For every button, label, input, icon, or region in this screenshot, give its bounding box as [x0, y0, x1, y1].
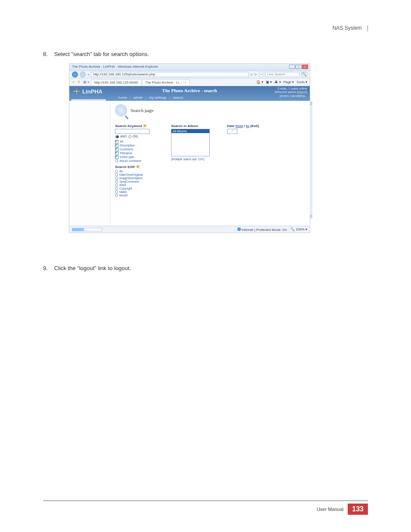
keyword-column: Search Keyword ⦿ ( AND OR) All Descripti…	[115, 124, 167, 197]
browser-tab-2[interactable]: The Photo Archive - Li... ×	[142, 79, 190, 85]
add-favorites-icon[interactable]: ✚	[78, 80, 81, 84]
print-icon[interactable]: 🖶 ▾	[274, 80, 280, 84]
radio-icon	[115, 187, 118, 190]
window-controls: _ □ ×	[289, 65, 308, 69]
visits-line: 2 visits, 1 users online	[274, 87, 307, 90]
stop-icon[interactable]: ×	[259, 72, 263, 77]
opt-albumcomment[interactable]: Album comment	[115, 159, 167, 162]
refresh-icon[interactable]: ↻	[254, 73, 257, 77]
radio-icon	[115, 159, 118, 162]
tools-menu[interactable]: Tools ▾	[296, 80, 307, 84]
tab-close-icon[interactable]: ×	[184, 81, 187, 84]
zoom-control[interactable]: 🔍 100% ▾	[290, 227, 307, 231]
exif-make[interactable]: Make	[115, 190, 167, 193]
scroll-up-icon[interactable]	[310, 102, 312, 105]
close-button[interactable]: ×	[302, 65, 308, 69]
date-input[interactable]: /	[227, 129, 237, 134]
step-9-number: 9.	[43, 265, 53, 271]
exif-model[interactable]: Model	[115, 194, 167, 197]
radio-and[interactable]	[116, 135, 119, 138]
forward-button[interactable]	[80, 72, 86, 78]
exif-datetime[interactable]: DateTimeOriginal	[115, 173, 167, 176]
header-divider	[367, 25, 368, 31]
keyword-heading: Search Keyword ⦿	[115, 124, 167, 128]
main-content: Search page Search Keyword ⦿ ( AND OR)	[111, 101, 310, 226]
favorites-icon[interactable]: ★	[72, 80, 75, 84]
radio-icon	[115, 177, 118, 180]
date-from-link[interactable]: from	[236, 124, 243, 128]
search-go-button[interactable]: 🔍	[301, 72, 307, 77]
window-title: The Photo Archive - LinPHA - Windows Int…	[72, 65, 158, 68]
opt-all[interactable]: All	[115, 140, 167, 143]
logout-link[interactable]: logout	[298, 90, 306, 93]
date-heading: Date from / to (Exif)	[227, 124, 305, 128]
opt-description[interactable]: Description	[115, 144, 167, 147]
tab1-title: http://192.168.100.125:5000/	[94, 81, 138, 84]
page-number: 133	[348, 504, 368, 515]
tab2-title: The Photo Archive - Li...	[145, 81, 182, 84]
exif-copyright[interactable]: Copyright	[115, 187, 167, 190]
feeds-icon[interactable]: ▣ ▾	[266, 80, 272, 84]
nav-search[interactable]: search	[173, 96, 183, 100]
addr-dropdown-icon[interactable]: ▾	[251, 73, 252, 77]
minimize-button[interactable]: _	[289, 65, 295, 69]
radio-or[interactable]	[128, 135, 131, 138]
radio-icon	[115, 180, 118, 183]
footer-divider	[43, 501, 368, 501]
radio-icon	[115, 184, 118, 187]
step-8-number: 8.	[43, 51, 53, 57]
opt-entirepath[interactable]: Entire path	[115, 156, 167, 159]
exif-imgdesc[interactable]: ImageDescription	[115, 177, 167, 180]
scroll-down-icon[interactable]	[310, 215, 312, 218]
album-select[interactable]: All Albums	[171, 129, 210, 156]
exif-all[interactable]: All	[115, 170, 167, 173]
exif-jpegcomment[interactable]: JpegComment	[115, 180, 167, 183]
app-logo-text: LinPHA	[82, 88, 103, 95]
page-footer: User Manual 133	[43, 501, 368, 515]
step-9: 9. Click the "logout" link to logout.	[43, 265, 368, 271]
nav-home[interactable]: home	[118, 96, 127, 100]
maximize-button[interactable]: □	[296, 65, 302, 69]
help-icon[interactable]: ⦿	[136, 165, 140, 169]
svg-point-2	[76, 93, 78, 95]
help-icon[interactable]: ⦿	[143, 124, 146, 128]
doc-header: NAS System	[333, 25, 368, 31]
app-logo[interactable]: LinPHA	[73, 87, 103, 95]
exif-heading: Search EXIF ⦿	[115, 165, 167, 169]
load-progress	[72, 228, 102, 231]
embedded-screenshot: The Photo Archive - LinPHA - Windows Int…	[69, 63, 310, 233]
back-button[interactable]	[72, 72, 78, 78]
status-mode-text: Internet | Protected Mode: On	[242, 228, 287, 232]
svg-point-4	[78, 90, 80, 92]
url-input[interactable]: http://192.168.100.125/photo/search.php	[91, 72, 249, 77]
exif-artist[interactable]: Artist	[115, 184, 167, 187]
search-provider-input[interactable]: Live Search	[265, 72, 299, 77]
svg-point-1	[76, 88, 78, 90]
keyword-input[interactable]	[115, 129, 149, 134]
header-status: 2 visits, 1 users online Welcome admin (…	[274, 87, 307, 98]
svg-point-3	[73, 90, 75, 92]
content-scrollbar[interactable]	[310, 101, 312, 219]
radio-icon	[115, 194, 118, 197]
nav-mysettings[interactable]: my settings	[149, 96, 166, 100]
welcome-line: Welcome admin (logout)	[274, 90, 307, 94]
nav-dropdown-icon[interactable]: ▾	[87, 73, 89, 77]
tab-grid-icon[interactable]: ▦ ▾	[83, 80, 89, 84]
opt-comment[interactable]: Comment	[115, 148, 167, 151]
album-option-all[interactable]: All Albums	[171, 129, 209, 133]
step-8: 8. Select "search" tab for search option…	[43, 51, 368, 57]
doc-header-text: NAS System	[333, 25, 362, 31]
status-right: Internet | Protected Mode: On 🔍 100% ▾	[237, 227, 307, 232]
nav-admin[interactable]: admin	[134, 96, 143, 100]
ie-tab-bar: ★ ✚ ▦ ▾ http://192.168.100.125:5000/ The…	[69, 78, 310, 86]
date-to-link[interactable]: to	[246, 124, 249, 128]
search-form: Search Keyword ⦿ ( AND OR) All Descripti…	[115, 124, 305, 197]
home-icon[interactable]: 🏠 ▾	[256, 80, 263, 84]
opt-filename[interactable]: Filename	[115, 152, 167, 155]
page-menu[interactable]: Page ▾	[283, 80, 294, 84]
browser-tab-1[interactable]: http://192.168.100.125:5000/	[91, 79, 141, 85]
radio-icon	[115, 170, 118, 173]
footer-row: User Manual 133	[43, 504, 368, 515]
step-9-text: Click the "logout" link to logout.	[54, 265, 131, 271]
search-page-icon	[115, 104, 127, 116]
